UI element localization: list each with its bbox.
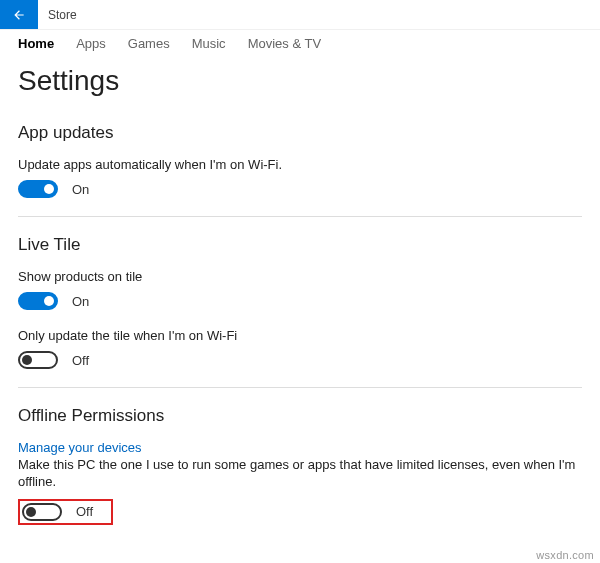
- offline-toggle-state: Off: [76, 504, 93, 519]
- wifi-only-row: Off: [18, 351, 582, 369]
- page-title: Settings: [18, 65, 582, 97]
- auto-update-row: On: [18, 180, 582, 198]
- offline-toggle-highlight: Off: [18, 499, 113, 525]
- wifi-only-toggle[interactable]: [18, 351, 58, 369]
- divider: [18, 216, 582, 217]
- auto-update-state: On: [72, 182, 89, 197]
- tab-movies-tv[interactable]: Movies & TV: [248, 36, 321, 51]
- auto-update-label: Update apps automatically when I'm on Wi…: [18, 157, 582, 172]
- wifi-only-label: Only update the tile when I'm on Wi-Fi: [18, 328, 582, 343]
- tab-apps[interactable]: Apps: [76, 36, 106, 51]
- back-arrow-icon: [12, 8, 26, 22]
- divider: [18, 387, 582, 388]
- section-live-tile-title: Live Tile: [18, 235, 582, 255]
- offline-description: Make this PC the one I use to run some g…: [18, 457, 582, 491]
- auto-update-toggle[interactable]: [18, 180, 58, 198]
- manage-devices-link[interactable]: Manage your devices: [18, 440, 142, 455]
- offline-toggle[interactable]: [22, 503, 62, 521]
- show-products-toggle[interactable]: [18, 292, 58, 310]
- wifi-only-state: Off: [72, 353, 89, 368]
- watermark: wsxdn.com: [536, 549, 594, 561]
- tabs-nav: Home Apps Games Music Movies & TV: [0, 30, 600, 61]
- show-products-state: On: [72, 294, 89, 309]
- tab-music[interactable]: Music: [192, 36, 226, 51]
- back-button[interactable]: [0, 0, 38, 29]
- section-app-updates-title: App updates: [18, 123, 582, 143]
- titlebar: Store: [0, 0, 600, 30]
- tab-home[interactable]: Home: [18, 36, 54, 51]
- content-area: Settings App updates Update apps automat…: [0, 65, 600, 545]
- section-offline-title: Offline Permissions: [18, 406, 582, 426]
- show-products-row: On: [18, 292, 582, 310]
- app-title: Store: [38, 0, 87, 29]
- tab-games[interactable]: Games: [128, 36, 170, 51]
- show-products-label: Show products on tile: [18, 269, 582, 284]
